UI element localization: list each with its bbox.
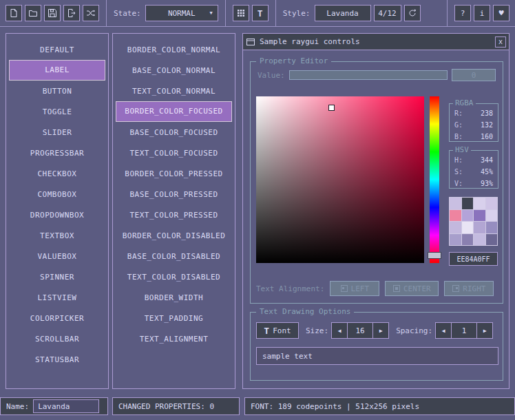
spacing-decrease-button[interactable]: ◀: [435, 322, 452, 339]
property-item[interactable]: BORDER_WIDTH: [116, 287, 232, 308]
property-item[interactable]: TEXT_ALIGNMENT: [116, 328, 232, 349]
palette-swatch[interactable]: [450, 210, 461, 222]
control-item-valuebox[interactable]: VALUEBOX: [9, 246, 105, 266]
palette-swatch[interactable]: [486, 222, 498, 233]
property-item[interactable]: TEXT_COLOR_FOCUSED: [116, 143, 232, 163]
palette-swatch[interactable]: [462, 198, 474, 209]
property-item[interactable]: TEXT_COLOR_NORMAL: [116, 81, 232, 101]
sponsor-button[interactable]: ♥: [493, 5, 509, 21]
control-item-colorpicker[interactable]: COLORPICKER: [9, 308, 105, 328]
hue-slider-handle[interactable]: [428, 252, 441, 259]
property-item[interactable]: BASE_COLOR_PRESSED: [116, 184, 232, 204]
style-counter[interactable]: 4/12: [374, 5, 401, 21]
style-selector-group: Lavanda 4/12: [315, 5, 421, 21]
value-slider[interactable]: [289, 70, 448, 80]
size-value[interactable]: 16: [348, 322, 372, 339]
color-picker-panel[interactable]: [256, 96, 424, 263]
control-item-dropdownbox[interactable]: DROPDOWNBOX: [9, 204, 105, 225]
style-name-input[interactable]: Lavanda: [33, 399, 99, 413]
style-color-palette: [449, 197, 498, 246]
value-box[interactable]: 0: [452, 69, 496, 81]
property-item[interactable]: BORDER_COLOR_NORMAL: [116, 39, 232, 60]
sample-text-input[interactable]: sample text: [256, 347, 498, 365]
palette-swatch[interactable]: [450, 234, 461, 246]
control-item-statusbar[interactable]: STATUSBAR: [9, 349, 105, 370]
palette-swatch[interactable]: [486, 198, 498, 209]
palette-swatch[interactable]: [474, 198, 485, 209]
property-item[interactable]: BORDER_COLOR_DISABLED: [116, 225, 232, 246]
random-style-button[interactable]: [83, 5, 99, 21]
property-item-selected[interactable]: BORDER_COLOR_FOCUSED: [116, 101, 232, 122]
right-arrow-icon: ▶: [379, 328, 383, 334]
window-titlebar[interactable]: Sample raygui controls x: [243, 34, 509, 50]
palette-swatch[interactable]: [474, 222, 485, 233]
font-button-label: Font: [273, 326, 291, 335]
hsv-group: HSV H: 344 S: 45% V: 93%: [449, 150, 498, 189]
text-edit-toggle-button[interactable]: T: [252, 5, 269, 21]
control-item-button[interactable]: BUTTON: [9, 81, 105, 101]
control-item-checkbox[interactable]: CHECKBOX: [9, 163, 105, 184]
palette-swatch[interactable]: [474, 210, 485, 222]
new-file-icon: [9, 8, 19, 18]
rgba-row-r: R: 238: [450, 108, 498, 118]
style-name-box[interactable]: Lavanda: [315, 5, 371, 21]
control-item-scrollbar[interactable]: SCROLLBAR: [9, 328, 105, 349]
export-style-button[interactable]: [63, 5, 80, 21]
hue-bar[interactable]: [430, 96, 439, 263]
control-item-spinner[interactable]: SPINNER: [9, 266, 105, 287]
control-item-textbox[interactable]: TEXTBOX: [9, 225, 105, 246]
control-item-default[interactable]: DEFAULT: [9, 39, 105, 60]
property-item[interactable]: TEXT_PADDING: [116, 308, 232, 328]
property-item[interactable]: TEXT_COLOR_PRESSED: [116, 204, 232, 225]
property-item[interactable]: BASE_COLOR_NORMAL: [116, 60, 232, 81]
palette-swatch[interactable]: [474, 234, 485, 246]
palette-swatch[interactable]: [462, 210, 474, 222]
palette-swatch[interactable]: [462, 222, 474, 233]
property-item[interactable]: BORDER_COLOR_PRESSED: [116, 163, 232, 184]
property-item[interactable]: BASE_COLOR_FOCUSED: [116, 122, 232, 143]
palette-swatch[interactable]: [486, 234, 498, 246]
statusbar-font-section: FONT: 189 codepoints | 512x256 pixels: [244, 397, 515, 415]
hex-color-input[interactable]: EE84A0FF: [449, 252, 498, 266]
info-button[interactable]: i: [474, 5, 490, 21]
state-dropdown-value: NORMAL: [168, 9, 196, 18]
control-item-label[interactable]: LABEL: [9, 60, 105, 81]
align-left-button[interactable]: LEFT: [330, 281, 379, 296]
control-item-listview[interactable]: LISTVIEW: [9, 287, 105, 308]
window-close-button[interactable]: x: [495, 36, 506, 48]
spacing-value[interactable]: 1: [452, 322, 476, 339]
property-item[interactable]: TEXT_COLOR_DISABLED: [116, 266, 232, 287]
right-arrow-icon: ▶: [483, 328, 487, 334]
property-item[interactable]: BASE_COLOR_DISABLED: [116, 246, 232, 266]
grid-toggle-button[interactable]: [233, 5, 249, 21]
state-dropdown[interactable]: NORMAL ▼: [145, 5, 218, 21]
align-center-button[interactable]: CENTER: [385, 281, 439, 296]
close-icon: x: [498, 39, 503, 45]
color-picker-cursor[interactable]: [328, 105, 335, 111]
align-right-button[interactable]: RIGHT: [444, 281, 494, 296]
value-box-text: 0: [472, 71, 476, 80]
palette-swatch[interactable]: [450, 198, 461, 209]
text-drawing-options-group: Text Drawing Options T Font Size: ◀ 16 ▶…: [250, 312, 503, 381]
save-icon: [48, 8, 57, 18]
font-button[interactable]: T Font: [256, 322, 299, 339]
size-increase-button[interactable]: ▶: [372, 322, 389, 339]
changed-properties-text: CHANGED PROPERTIES: 0: [118, 402, 214, 411]
reload-style-button[interactable]: [404, 5, 421, 21]
control-item-progressbar[interactable]: PROGRESSBAR: [9, 143, 105, 163]
load-style-button[interactable]: [25, 5, 41, 21]
palette-swatch[interactable]: [486, 210, 498, 222]
size-decrease-button[interactable]: ◀: [331, 322, 348, 339]
style-label: Style:: [283, 9, 311, 18]
text-alignment-row: Text Alignment: LEFT CENTER RIGHT: [256, 281, 497, 296]
control-item-toggle[interactable]: TOGGLE: [9, 101, 105, 122]
save-style-button[interactable]: [44, 5, 61, 21]
palette-swatch[interactable]: [462, 234, 474, 246]
control-item-combobox[interactable]: COMBOBOX: [9, 184, 105, 204]
spacing-increase-button[interactable]: ▶: [476, 322, 493, 339]
left-arrow-icon: ◀: [338, 328, 341, 334]
control-item-slider[interactable]: SLIDER: [9, 122, 105, 143]
help-button[interactable]: ?: [454, 5, 471, 21]
palette-swatch[interactable]: [450, 222, 461, 233]
new-file-button[interactable]: [6, 5, 22, 21]
